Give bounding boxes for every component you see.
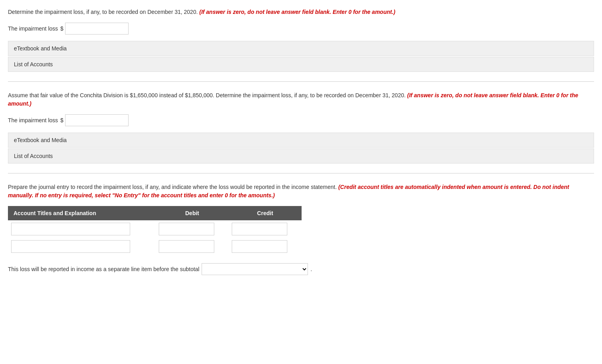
section1: Determine the impairment loss, if any, t… bbox=[8, 8, 594, 72]
section2: Assume that fair value of the Conchita D… bbox=[8, 91, 594, 164]
section1-etextbook-btn[interactable]: eTextbook and Media bbox=[8, 41, 594, 56]
loss-report-row: This loss will be reported in income as … bbox=[8, 263, 594, 275]
section1-list-accounts-btn[interactable]: List of Accounts bbox=[8, 57, 594, 72]
divider2 bbox=[8, 173, 594, 173]
section1-impairment-row: The impairment loss $ bbox=[8, 23, 594, 35]
row1-debit-cell bbox=[156, 220, 229, 238]
section1-dollar-sign: $ bbox=[60, 25, 63, 32]
row1-credit-cell bbox=[229, 220, 302, 238]
section2-list-accounts-btn[interactable]: List of Accounts bbox=[8, 148, 594, 164]
col-header-account: Account Titles and Explanation bbox=[8, 206, 156, 220]
section3-instruction-text: Prepare the journal entry to record the … bbox=[8, 184, 337, 190]
col-header-credit: Credit bbox=[229, 206, 302, 220]
section2-impairment-row: The impairment loss $ bbox=[8, 114, 594, 126]
row2-account-cell bbox=[8, 238, 156, 255]
row2-debit-cell bbox=[156, 238, 229, 255]
loss-report-label: This loss will be reported in income as … bbox=[8, 266, 199, 272]
row1-account-input[interactable] bbox=[11, 223, 130, 235]
section2-dollar-sign: $ bbox=[60, 117, 63, 123]
loss-report-select[interactable]: Income from continuing operations Income… bbox=[202, 263, 308, 275]
row2-credit-cell bbox=[229, 238, 302, 255]
section1-instruction-text: Determine the impairment loss, if any, t… bbox=[8, 9, 198, 15]
table-row bbox=[8, 238, 302, 255]
section2-impairment-label: The impairment loss bbox=[8, 117, 58, 123]
section3-instruction: Prepare the journal entry to record the … bbox=[8, 183, 594, 200]
row2-debit-input[interactable] bbox=[159, 240, 214, 253]
divider1 bbox=[8, 81, 594, 82]
row1-account-cell bbox=[8, 220, 156, 238]
section1-instruction: Determine the impairment loss, if any, t… bbox=[8, 8, 594, 16]
row1-debit-input[interactable] bbox=[159, 223, 214, 235]
row1-credit-input[interactable] bbox=[232, 223, 287, 235]
section2-instruction-text: Assume that fair value of the Conchita D… bbox=[8, 92, 406, 98]
section2-instruction: Assume that fair value of the Conchita D… bbox=[8, 91, 594, 108]
row2-account-input[interactable] bbox=[11, 240, 130, 253]
journal-table: Account Titles and Explanation Debit Cre… bbox=[8, 206, 302, 255]
col-header-debit: Debit bbox=[156, 206, 229, 220]
section1-impairment-label: The impairment loss bbox=[8, 25, 58, 32]
section3: Prepare the journal entry to record the … bbox=[8, 183, 594, 275]
section2-etextbook-btn[interactable]: eTextbook and Media bbox=[8, 133, 594, 148]
row2-credit-input[interactable] bbox=[232, 240, 287, 253]
section1-impairment-input[interactable] bbox=[65, 23, 129, 35]
journal-table-header-row: Account Titles and Explanation Debit Cre… bbox=[8, 206, 302, 220]
section2-impairment-input[interactable] bbox=[65, 114, 129, 126]
section1-instruction-red: (If answer is zero, do not leave answer … bbox=[199, 9, 395, 15]
table-row bbox=[8, 220, 302, 238]
period-dot: . bbox=[310, 266, 312, 272]
